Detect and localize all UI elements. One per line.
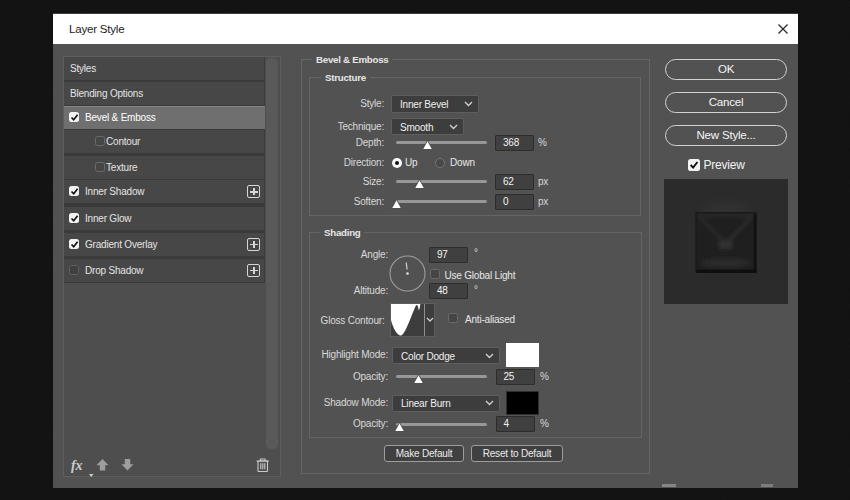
svg-text:fx: fx	[71, 458, 82, 473]
